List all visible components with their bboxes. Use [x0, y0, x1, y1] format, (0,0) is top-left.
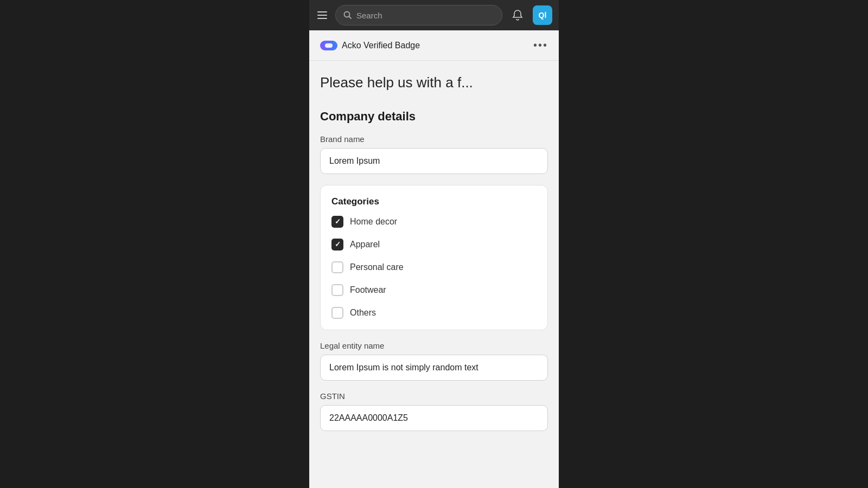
search-bar[interactable]	[335, 5, 502, 25]
category-label-footwear: Footwear	[350, 285, 386, 295]
category-apparel[interactable]: Apparel	[331, 239, 537, 251]
app-container: Ql Acko Verified Badge ••• Please help u…	[309, 0, 559, 488]
checkbox-apparel[interactable]	[331, 239, 343, 251]
checkbox-home-decor[interactable]	[331, 216, 343, 228]
category-personal-care[interactable]: Personal care	[331, 261, 537, 273]
content-area: Acko Verified Badge ••• Please help us w…	[309, 30, 559, 488]
form-content: Please help us with a f... Company detai…	[309, 61, 559, 457]
categories-title: Categories	[331, 196, 537, 207]
category-label-personal-care: Personal care	[350, 262, 404, 272]
brand-name-input[interactable]	[320, 148, 548, 174]
user-avatar[interactable]: Ql	[533, 5, 552, 25]
brand-logo: Acko Verified Badge	[320, 41, 420, 50]
category-label-others: Others	[350, 308, 376, 318]
notification-icon[interactable]	[509, 7, 526, 24]
search-input[interactable]	[356, 11, 494, 20]
categories-box: Categories Home decor Apparel Personal c…	[320, 185, 548, 330]
category-footwear[interactable]: Footwear	[331, 284, 537, 296]
checkbox-others[interactable]	[331, 307, 343, 319]
logo-icon	[320, 41, 337, 50]
more-options-icon[interactable]: •••	[533, 39, 548, 52]
company-details-section: Company details Brand name Categories Ho…	[320, 110, 548, 442]
page-title: Please help us with a f...	[320, 74, 548, 92]
menu-icon[interactable]	[316, 11, 329, 19]
category-label-apparel: Apparel	[350, 240, 380, 249]
header-bar: Acko Verified Badge •••	[309, 30, 559, 61]
gstin-input[interactable]	[320, 405, 548, 431]
section-title: Company details	[320, 110, 548, 124]
category-home-decor[interactable]: Home decor	[331, 216, 537, 228]
svg-line-1	[349, 17, 352, 19]
gstin-label: GSTIN	[320, 391, 548, 401]
top-bar: Ql	[309, 0, 559, 30]
checkbox-footwear[interactable]	[331, 284, 343, 296]
legal-entity-input[interactable]	[320, 355, 548, 381]
category-label-home-decor: Home decor	[350, 217, 397, 227]
legal-entity-label: Legal entity name	[320, 341, 548, 350]
search-icon	[343, 11, 352, 20]
category-others[interactable]: Others	[331, 307, 537, 319]
brand-title: Acko Verified Badge	[342, 41, 420, 50]
checkbox-personal-care[interactable]	[331, 261, 343, 273]
brand-name-label: Brand name	[320, 134, 548, 144]
